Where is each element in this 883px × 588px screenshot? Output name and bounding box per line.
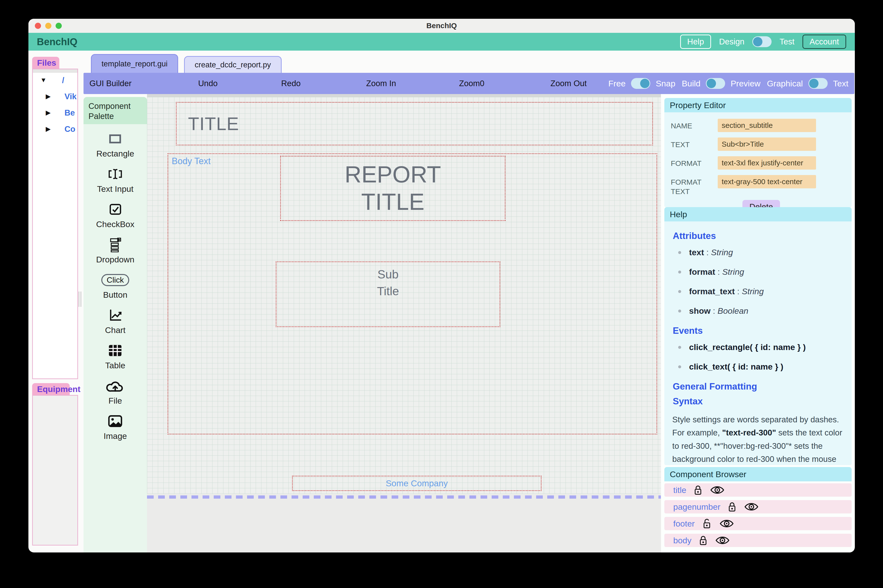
eye-visibility-icon[interactable] [719, 518, 734, 529]
palette-item-image[interactable]: Image [104, 413, 127, 441]
palette-item-table[interactable]: Table [105, 342, 125, 370]
file-upload-icon [106, 378, 125, 394]
tree-item-co[interactable]: ▶ Co [33, 122, 77, 138]
browser-row-body[interactable]: body [664, 534, 851, 547]
toolbar-button-zoom-in[interactable]: Zoom In [366, 73, 396, 94]
attributes-list: text : String format : String format_tex… [675, 248, 844, 316]
equipment-list [32, 395, 78, 546]
toolbar-button-undo[interactable]: Undo [198, 73, 218, 94]
palette-item-rectangle[interactable]: Rectangle [96, 130, 134, 159]
files-tree: ▼ / ▶ Vik ▶ Be ▶ Co [32, 69, 78, 379]
palette-items: Rectangle Text Input CheckBox Dropdown C… [84, 124, 147, 441]
files-panel: Files ▼ / ▶ Vik ▶ Be ▶ Co [32, 57, 78, 379]
syntax-heading: Syntax [673, 396, 844, 406]
design-canvas[interactable]: TITLE Body Text REPORTTITLE SubTitle Som… [147, 94, 661, 552]
canvas-grid[interactable]: TITLE Body Text REPORTTITLE SubTitle Som… [147, 97, 661, 494]
help-panel: Help Attributes text : String format : S… [664, 207, 851, 465]
property-row: TEXT [671, 138, 851, 151]
app-window: BenchIQ BenchIQ Help Design Test Account… [29, 19, 855, 552]
image-icon [107, 413, 124, 429]
chevron-collapsed-icon[interactable]: ▶ [46, 125, 51, 133]
chevron-expanded-icon[interactable]: ▼ [40, 76, 47, 84]
left-pane-resize-handle[interactable] [78, 291, 82, 307]
tree-children: ▶ Vik ▶ Be ▶ Co [33, 89, 77, 138]
toolbar-button-zoom0[interactable]: Zoom0 [459, 73, 484, 94]
equipment-panel: Equipment [32, 383, 78, 546]
attribute-item: text : String [675, 248, 844, 257]
events-list: click_rectangle( { id: name } )click_tex… [675, 342, 844, 372]
property-input-format-text[interactable] [718, 175, 816, 188]
component-browser: Component Browser title pagenumber foote… [664, 467, 851, 551]
canvas-component-title[interactable]: TITLE [176, 102, 653, 146]
tree-item-be[interactable]: ▶ Be [33, 105, 77, 122]
lock-closed-icon[interactable] [727, 501, 737, 512]
canvas-scrollbar-track[interactable] [147, 94, 661, 97]
palette-item-button[interactable]: Click Button [101, 272, 129, 300]
property-input-format[interactable] [718, 156, 816, 170]
window-title: BenchIQ [29, 21, 855, 30]
palette-item-dropdown[interactable]: Dropdown [96, 237, 134, 264]
browser-row-pagenumber[interactable]: pagenumber [664, 500, 851, 513]
rectangle-icon [107, 130, 123, 147]
tab-create-dcdc-report-py[interactable]: create_dcdc_report.py [184, 56, 281, 73]
eye-visibility-icon[interactable] [715, 535, 730, 546]
tab-template-report-gui[interactable]: template_report.gui [91, 54, 178, 73]
property-input-text[interactable] [718, 138, 816, 151]
lock-closed-icon[interactable] [698, 535, 708, 546]
prop-rows: NAME TEXT FORMAT FORMAT TEXT [671, 119, 851, 196]
events-heading: Events [673, 326, 844, 336]
canvas-component-footer[interactable]: Some Company [292, 476, 542, 491]
property-input-name[interactable] [718, 119, 816, 132]
canvas-component-report-title[interactable]: REPORTTITLE [280, 156, 505, 221]
eye-visibility-icon[interactable] [710, 484, 725, 495]
toolbar-button-zoom-out[interactable]: Zoom Out [551, 73, 587, 94]
lock-open-icon[interactable] [702, 518, 712, 529]
help-button[interactable]: Help [680, 34, 711, 49]
component-palette: Component Palette Rectangle Text Input C… [84, 97, 147, 552]
report-title-text: REPORTTITLE [344, 161, 441, 216]
chevron-collapsed-icon[interactable]: ▶ [46, 109, 51, 117]
lock-closed-icon[interactable] [693, 484, 702, 495]
toolbar-button-gui-builder[interactable]: GUI Builder [89, 73, 132, 94]
tree-root-label[interactable]: / [62, 75, 64, 85]
app-header: BenchIQ Help Design Test Account [29, 33, 855, 51]
syntax-paragraph: Style settings are words separated by da… [672, 413, 844, 465]
chevron-collapsed-icon[interactable]: ▶ [46, 93, 51, 100]
attribute-item: format_text : String [675, 286, 844, 296]
palette-item-checkbox[interactable]: CheckBox [96, 201, 134, 229]
files-panel-title: Files [32, 57, 59, 69]
eye-visibility-icon[interactable] [744, 501, 759, 512]
chart-icon [107, 307, 123, 323]
toolbar-toggle-group: Free Snap Build Preview Graphical Text [608, 73, 848, 94]
attributes-heading: Attributes [673, 231, 844, 241]
design-mode-label: Design [719, 37, 745, 46]
help-panel-title: Help [664, 207, 851, 221]
syntax-paragraphs: Style settings are words separated by da… [672, 413, 844, 465]
component-browser-title: Component Browser [664, 467, 851, 482]
build-preview-toggle[interactable] [706, 78, 725, 89]
app-brand: BenchIQ [37, 36, 77, 47]
canvas-component-section-subtitle[interactable]: SubTitle [276, 261, 500, 327]
text-input-icon [107, 166, 123, 182]
event-item: click_rectangle( { id: name } ) [675, 342, 844, 352]
palette-item-file[interactable]: File [106, 378, 125, 406]
equipment-panel-title: Equipment [32, 383, 70, 395]
attribute-item: show : Boolean [675, 306, 844, 316]
tree-item-vik[interactable]: ▶ Vik [33, 89, 77, 105]
palette-item-chart[interactable]: Chart [105, 307, 125, 335]
graphical-text-toggle[interactable] [808, 78, 828, 89]
free-snap-toggle[interactable] [631, 78, 650, 89]
editor-tab-strip: template_report.guicreate_dcdc_report.py [91, 54, 282, 73]
palette-item-text-input[interactable]: Text Input [97, 166, 134, 194]
dropdown-icon [108, 237, 123, 253]
toolbar-button-redo[interactable]: Redo [281, 73, 301, 94]
design-test-toggle[interactable] [752, 36, 772, 47]
property-editor-fields: NAME TEXT FORMAT FORMAT TEXT Delete [664, 112, 851, 207]
help-panel-content: Attributes text : String format : String… [664, 221, 851, 465]
account-button[interactable]: Account [802, 34, 846, 49]
browser-row-footer[interactable]: footer [664, 517, 851, 530]
gui-builder-toolbar: Free Snap Build Preview Graphical Text G… [84, 73, 854, 94]
browser-row-title[interactable]: title [664, 483, 851, 496]
tree-item-root[interactable]: ▼ / [33, 73, 77, 89]
files-scroll-track[interactable] [33, 69, 77, 73]
